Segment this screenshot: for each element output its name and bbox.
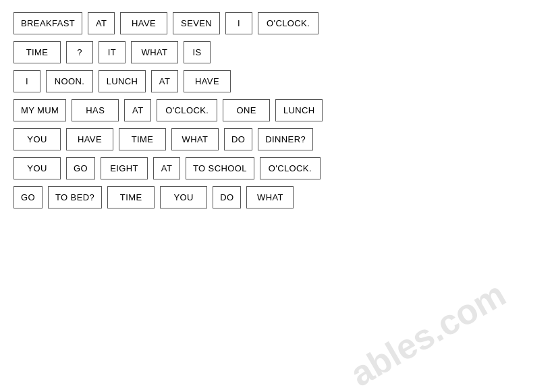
word-card-1-0: TIME	[13, 41, 61, 63]
word-row-3: MY MUMHASATO'CLOCK.ONELUNCH	[13, 99, 541, 121]
word-row-5: YOUGOEIGHTATTO SCHOOLO'CLOCK.	[13, 157, 541, 179]
word-row-6: GOTO BED?TIMEYOUDOWHAT	[13, 186, 541, 208]
word-card-4-4: DO	[224, 128, 252, 150]
word-card-5-2: EIGHT	[101, 157, 148, 179]
word-card-2-4: HAVE	[184, 70, 231, 92]
word-card-2-0: I	[13, 70, 40, 92]
word-card-0-2: HAVE	[120, 12, 167, 34]
word-card-0-0: BREAKFAST	[13, 12, 82, 34]
word-card-3-5: LUNCH	[275, 99, 323, 121]
word-card-0-1: AT	[88, 12, 115, 34]
word-card-2-3: AT	[151, 70, 178, 92]
word-card-1-4: IS	[184, 41, 211, 63]
word-card-5-0: YOU	[13, 157, 61, 179]
word-card-2-2: LUNCH	[99, 70, 146, 92]
word-card-6-3: YOU	[160, 186, 207, 208]
word-card-5-5: O'CLOCK.	[260, 157, 321, 179]
word-grid: BREAKFASTATHAVESEVENIO'CLOCK.TIME?ITWHAT…	[13, 12, 541, 208]
word-card-5-4: TO SCHOOL	[186, 157, 254, 179]
word-row-0: BREAKFASTATHAVESEVENIO'CLOCK.	[13, 12, 541, 34]
word-row-4: YOUHAVETIMEWHATDODINNER?	[13, 128, 541, 150]
word-card-6-4: DO	[213, 186, 241, 208]
word-card-5-3: AT	[153, 157, 180, 179]
word-card-2-1: NOON.	[46, 70, 93, 92]
word-row-1: TIME?ITWHATIS	[13, 41, 541, 63]
word-card-1-3: WHAT	[131, 41, 178, 63]
word-card-4-3: WHAT	[171, 128, 219, 150]
word-card-3-3: O'CLOCK.	[157, 99, 217, 121]
word-card-3-4: ONE	[223, 99, 270, 121]
word-card-6-0: GO	[13, 186, 43, 208]
word-card-6-5: WHAT	[246, 186, 294, 208]
word-card-4-5: DINNER?	[258, 128, 313, 150]
word-card-4-0: YOU	[13, 128, 61, 150]
word-card-1-1: ?	[66, 41, 93, 63]
word-card-4-1: HAVE	[66, 128, 113, 150]
word-card-0-3: SEVEN	[173, 12, 220, 34]
word-card-1-2: IT	[99, 41, 126, 63]
word-card-4-2: TIME	[119, 128, 166, 150]
word-card-6-2: TIME	[107, 186, 155, 208]
word-card-0-4: I	[225, 12, 252, 34]
word-card-5-1: GO	[66, 157, 95, 179]
word-card-3-0: MY MUM	[13, 99, 66, 121]
word-card-6-1: TO BED?	[48, 186, 102, 208]
word-card-3-1: HAS	[72, 99, 119, 121]
watermark: ables.com	[345, 276, 511, 392]
word-row-2: INOON.LUNCHATHAVE	[13, 70, 541, 92]
word-card-0-5: O'CLOCK.	[258, 12, 318, 34]
word-card-3-2: AT	[124, 99, 151, 121]
